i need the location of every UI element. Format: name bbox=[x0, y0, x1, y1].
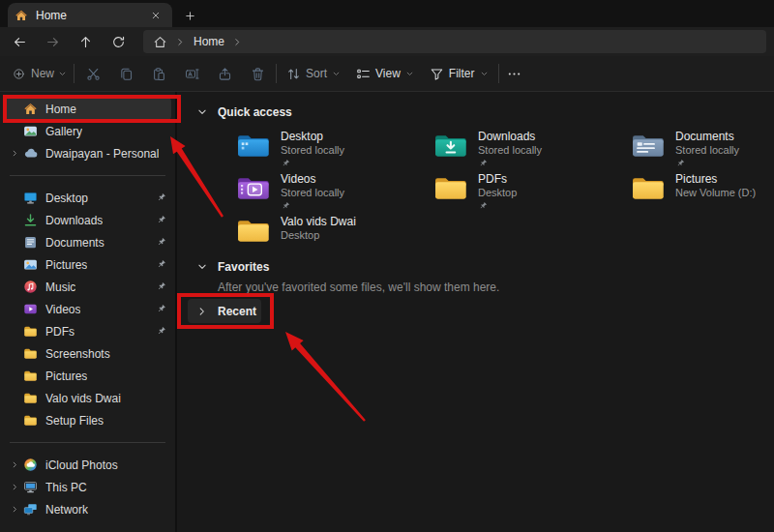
sidebar-item-pictures[interactable]: Pictures bbox=[4, 253, 171, 276]
quick-access-tile-videos[interactable]: VideosStored locally bbox=[237, 171, 434, 214]
pin-icon bbox=[156, 237, 166, 248]
chevron-right-icon[interactable] bbox=[8, 503, 21, 517]
quick-access-tile-downloads[interactable]: DownloadsStored locally bbox=[434, 129, 632, 171]
filter-menu-button[interactable]: Filter bbox=[422, 60, 496, 87]
sidebar-item-desktop[interactable]: Desktop bbox=[4, 187, 171, 209]
sidebar-separator bbox=[10, 442, 165, 443]
delete-icon bbox=[251, 67, 265, 81]
quick-access-tile-pictures[interactable]: PicturesNew Volume (D:) bbox=[632, 171, 774, 214]
back-arrow-button[interactable] bbox=[3, 29, 36, 54]
documents-icon bbox=[23, 235, 38, 250]
plain-folder-icon bbox=[632, 174, 666, 202]
filter-icon bbox=[430, 67, 444, 81]
chevron-spacer bbox=[8, 236, 21, 250]
sidebar-item-label: Pictures bbox=[45, 258, 87, 272]
sidebar-item-music[interactable]: Music bbox=[4, 276, 171, 298]
chevron-spacer bbox=[8, 258, 21, 272]
folder-icon bbox=[23, 391, 38, 405]
favorites-title: Favorites bbox=[218, 260, 269, 274]
forward-arrow-icon bbox=[45, 35, 60, 49]
tile-name: Videos bbox=[281, 172, 344, 187]
file-explorer-window: Home Home New SortViewFilter HomeGallery… bbox=[0, 0, 774, 532]
explorer-tab-home[interactable]: Home bbox=[8, 3, 172, 27]
sidebar-item-setup-files[interactable]: Setup Files bbox=[4, 409, 171, 431]
chevron-right-icon[interactable] bbox=[175, 37, 186, 47]
sidebar-item-videos[interactable]: Videos bbox=[4, 298, 171, 320]
sidebar-item-pdfs[interactable]: PDFs bbox=[4, 320, 171, 342]
quick-access-tile-desktop[interactable]: DesktopStored locally bbox=[237, 129, 434, 171]
quick-access-tile-valo-vids-dwai[interactable]: Valo vids DwaiDesktop bbox=[237, 214, 434, 256]
chevron-down-icon[interactable] bbox=[196, 261, 208, 273]
sidebar-item-valo-vids-dwai[interactable]: Valo vids Dwai bbox=[4, 387, 171, 409]
cut-button[interactable] bbox=[76, 60, 109, 87]
pin-icon bbox=[478, 201, 488, 211]
tile-name: Valo vids Dwai bbox=[281, 215, 356, 229]
pin-icon bbox=[478, 159, 488, 168]
sidebar-item-home[interactable]: Home bbox=[4, 98, 171, 120]
share-button[interactable] bbox=[208, 60, 241, 87]
sidebar-separator bbox=[10, 175, 165, 176]
chevron-right-icon[interactable] bbox=[196, 306, 208, 317]
sidebar-item-documents[interactable]: Documents bbox=[4, 231, 171, 253]
music-icon bbox=[23, 280, 38, 294]
rename-button[interactable] bbox=[175, 60, 208, 87]
sidebar-item-gallery[interactable]: Gallery bbox=[4, 120, 171, 142]
sort-menu-button[interactable]: Sort bbox=[279, 60, 348, 87]
tile-text: VideosStored locally bbox=[281, 171, 344, 214]
sidebar-item-icloud-photos[interactable]: iCloud Photos bbox=[4, 454, 171, 476]
sidebar-item-pictures[interactable]: Pictures bbox=[4, 365, 171, 387]
recent-section[interactable]: Recent bbox=[188, 299, 261, 323]
cut-icon bbox=[86, 67, 101, 81]
videos-folder-icon bbox=[237, 174, 271, 202]
chevron-right-icon[interactable] bbox=[8, 147, 21, 161]
tile-text: DownloadsStored locally bbox=[478, 129, 542, 171]
paste-button[interactable] bbox=[142, 60, 175, 87]
sidebar-item-downloads[interactable]: Downloads bbox=[4, 209, 171, 231]
refresh-button[interactable] bbox=[102, 29, 134, 54]
chevron-right-icon[interactable] bbox=[232, 37, 243, 47]
favorites-header[interactable]: Favorites bbox=[196, 258, 774, 276]
chevron-right-icon[interactable] bbox=[8, 458, 21, 472]
sidebar-item-label: Desktop bbox=[45, 192, 88, 205]
new-button[interactable]: New bbox=[8, 60, 72, 87]
sidebar-item-dwaipayan-personal[interactable]: Dwaipayan - Personal bbox=[4, 142, 171, 164]
sort-icon bbox=[286, 67, 301, 81]
content-area: HomeGalleryDwaipayan - PersonalDesktopDo… bbox=[0, 92, 774, 532]
breadcrumb-home[interactable]: Home bbox=[194, 35, 224, 48]
sidebar-item-label: Downloads bbox=[45, 214, 103, 227]
navigation-pane: HomeGalleryDwaipayan - PersonalDesktopDo… bbox=[0, 92, 177, 532]
chevron-spacer bbox=[8, 369, 21, 383]
navigation-bar: Home bbox=[0, 27, 774, 56]
delete-button[interactable] bbox=[241, 60, 274, 87]
new-tab-button[interactable] bbox=[177, 4, 202, 27]
see-more-button[interactable] bbox=[501, 60, 528, 87]
sidebar-item-network[interactable]: Network bbox=[4, 498, 171, 520]
up-arrow-button[interactable] bbox=[69, 29, 102, 54]
tab-close-button[interactable] bbox=[148, 8, 164, 23]
quick-access-header[interactable]: Quick access bbox=[196, 103, 774, 121]
chevron-spacer bbox=[8, 103, 21, 116]
sidebar-item-this-pc[interactable]: This PC bbox=[4, 476, 171, 498]
pin-icon bbox=[675, 159, 685, 168]
view-icon bbox=[356, 67, 371, 81]
view-menu-button[interactable]: View bbox=[348, 60, 422, 87]
address-bar[interactable]: Home bbox=[143, 30, 766, 53]
more-icon bbox=[507, 67, 521, 81]
chevron-down-icon bbox=[58, 70, 67, 78]
quick-access-tile-pdfs[interactable]: PDFsDesktop bbox=[434, 171, 632, 214]
quick-access-grid: DesktopStored locallyDownloadsStored loc… bbox=[237, 129, 774, 256]
chevron-down-icon[interactable] bbox=[196, 106, 208, 118]
copy-button[interactable] bbox=[109, 60, 142, 87]
forward-arrow-button[interactable] bbox=[36, 29, 69, 54]
pin-icon bbox=[156, 192, 166, 203]
quick-access-tile-documents[interactable]: DocumentsStored locally bbox=[632, 129, 774, 171]
sidebar-item-label: Dwaipayan - Personal bbox=[45, 147, 159, 161]
chevron-right-icon[interactable] bbox=[8, 481, 21, 494]
sidebar-item-screenshots[interactable]: Screenshots bbox=[4, 342, 171, 365]
gallery-icon bbox=[23, 124, 38, 138]
chevron-down-icon bbox=[405, 70, 414, 78]
videos-icon bbox=[23, 302, 38, 316]
copy-icon bbox=[119, 67, 134, 81]
quick-access-title: Quick access bbox=[218, 105, 292, 119]
tile-text: Valo vids DwaiDesktop bbox=[281, 214, 356, 256]
